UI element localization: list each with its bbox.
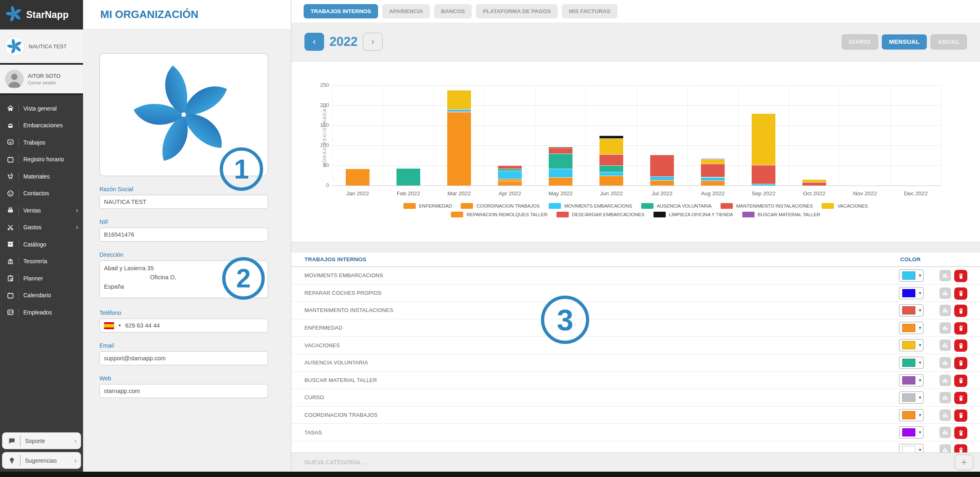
bar-segment-teal[interactable] bbox=[701, 177, 725, 177]
bar-segment-cyan[interactable] bbox=[701, 177, 725, 181]
delete-category-button[interactable] bbox=[954, 287, 967, 300]
bar-segment-orange[interactable] bbox=[599, 176, 623, 185]
bar-segment-black[interactable] bbox=[549, 147, 572, 148]
bar-segment-black[interactable] bbox=[599, 136, 623, 139]
sidebar-item-vista-general[interactable]: Vista general bbox=[0, 100, 83, 117]
email-input[interactable] bbox=[99, 351, 268, 365]
delete-category-button[interactable] bbox=[954, 305, 967, 317]
bar-segment-purple[interactable] bbox=[701, 158, 725, 159]
color-dropdown[interactable]: ▼ bbox=[899, 287, 924, 299]
sidebar-item-gastos[interactable]: Gastos› bbox=[0, 219, 83, 236]
tab-trabajos-internos[interactable]: TRABAJOS INTERNOS bbox=[304, 4, 378, 18]
bar-segment-orange[interactable] bbox=[549, 177, 572, 185]
delete-category-button[interactable] bbox=[954, 322, 967, 335]
delete-category-button[interactable] bbox=[954, 270, 967, 282]
sidebar-item-catalogo[interactable]: Catálogo bbox=[0, 236, 83, 253]
bar-segment-orange[interactable] bbox=[701, 181, 725, 185]
bar-segment-red[interactable] bbox=[498, 165, 522, 169]
category-chart-button[interactable] bbox=[939, 357, 951, 368]
tab-apariencia[interactable]: APARIENCIA bbox=[382, 4, 430, 18]
color-dropdown[interactable]: ▼ bbox=[899, 374, 924, 387]
period-button-mensual[interactable]: MENSUAL bbox=[882, 34, 927, 50]
delete-category-button[interactable] bbox=[954, 375, 967, 387]
sidebar-item-empleados[interactable]: Empleados bbox=[0, 304, 83, 321]
bar-segment-yellow[interactable] bbox=[599, 138, 623, 154]
sidebar-item-tesoreria[interactable]: Tesorería bbox=[0, 253, 83, 270]
bar-segment-yellow[interactable] bbox=[447, 90, 471, 109]
color-dropdown[interactable]: ▼ bbox=[899, 339, 924, 351]
delete-category-button[interactable] bbox=[954, 357, 967, 369]
app-brand[interactable]: StarNapp bbox=[0, 0, 83, 29]
telefono-input[interactable]: ▼ 629 63 44 44 bbox=[99, 319, 268, 332]
color-dropdown[interactable]: ▼ bbox=[899, 444, 924, 452]
new-category-placeholder[interactable]: NUEVA CATEGORÍA... bbox=[304, 459, 365, 466]
color-dropdown[interactable]: ▼ bbox=[899, 322, 924, 334]
delete-category-button[interactable] bbox=[954, 409, 967, 422]
category-chart-button[interactable] bbox=[939, 305, 951, 316]
period-button-diario[interactable]: DIARIO bbox=[842, 34, 878, 50]
sidebar-item-materiales[interactable]: Materiales bbox=[0, 168, 83, 185]
category-chart-button[interactable] bbox=[939, 375, 951, 386]
category-chart-button[interactable] bbox=[939, 287, 951, 299]
category-chart-button[interactable] bbox=[939, 339, 951, 351]
bar-segment-yellow[interactable] bbox=[802, 179, 826, 182]
bar-segment-orange[interactable] bbox=[498, 181, 522, 185]
bar-segment-cyan[interactable] bbox=[549, 169, 572, 178]
sidebar-footer-sugerencias[interactable]: Sugerencias› bbox=[2, 452, 81, 469]
period-button-anual[interactable]: ANUAL bbox=[930, 34, 967, 50]
add-category-button[interactable]: + bbox=[955, 454, 973, 470]
bar-segment-cyan[interactable] bbox=[447, 109, 471, 111]
sidebar-item-trabajos[interactable]: Trabajos bbox=[0, 134, 83, 151]
sidebar-item-registro-horario[interactable]: Registro horario bbox=[0, 151, 83, 168]
bar-segment-orange[interactable] bbox=[447, 112, 471, 185]
delete-category-button[interactable] bbox=[954, 427, 967, 439]
category-chart-button[interactable] bbox=[939, 409, 951, 421]
bar-segment-cyan[interactable] bbox=[599, 172, 623, 176]
color-dropdown[interactable]: ▼ bbox=[899, 357, 924, 369]
next-year-button[interactable]: › bbox=[363, 33, 383, 51]
bar-segment-red[interactable] bbox=[802, 182, 826, 185]
delete-category-button[interactable] bbox=[954, 444, 967, 452]
sidebar-item-planner[interactable]: Planner bbox=[0, 270, 83, 287]
bar-segment-cyan[interactable] bbox=[498, 171, 522, 179]
bar-segment-teal[interactable] bbox=[498, 169, 522, 171]
category-chart-button[interactable] bbox=[939, 444, 951, 452]
bar-segment-teal[interactable] bbox=[599, 165, 623, 172]
delete-category-button[interactable] bbox=[954, 339, 967, 352]
category-chart-button[interactable] bbox=[939, 392, 951, 403]
nif-input[interactable] bbox=[99, 228, 268, 242]
category-chart-button[interactable] bbox=[939, 322, 951, 334]
category-chart-button[interactable] bbox=[939, 270, 951, 281]
color-dropdown[interactable]: ▼ bbox=[899, 391, 924, 404]
user-menu[interactable]: AITOR SOTO Cerrar sesión bbox=[0, 65, 83, 95]
color-dropdown[interactable]: ▼ bbox=[899, 409, 924, 421]
bar-segment-red[interactable] bbox=[752, 165, 775, 184]
color-dropdown[interactable]: ▼ bbox=[899, 304, 924, 316]
spain-flag-icon[interactable] bbox=[104, 322, 114, 329]
sidebar-item-calendario[interactable]: Calendario bbox=[0, 287, 83, 304]
bar-segment-orange[interactable] bbox=[650, 180, 674, 185]
bar-segment-cyan[interactable] bbox=[650, 176, 674, 180]
sidebar-item-embarcaciones[interactable]: Embarcaciones bbox=[0, 117, 83, 134]
delete-category-button[interactable] bbox=[954, 392, 967, 404]
bar-segment-orange[interactable] bbox=[346, 169, 369, 185]
bar-segment-cyan[interactable] bbox=[752, 184, 775, 185]
logout-link[interactable]: Cerrar sesión bbox=[28, 80, 61, 85]
bar-segment-yellow[interactable] bbox=[752, 113, 775, 165]
bar-segment-orange[interactable] bbox=[498, 179, 522, 181]
bar-segment-red[interactable] bbox=[599, 154, 623, 165]
bar-segment-red[interactable] bbox=[549, 148, 572, 154]
bar-segment-red[interactable] bbox=[650, 155, 674, 177]
razon-social-input[interactable] bbox=[99, 195, 268, 209]
bar-segment-red[interactable] bbox=[447, 111, 471, 112]
sidebar-item-contactos[interactable]: Contactos bbox=[0, 185, 83, 202]
tab-bancos[interactable]: BANCOS bbox=[434, 4, 472, 18]
tab-plataforma-de-pagos[interactable]: PLATAFORMA DE PAGOS bbox=[476, 4, 558, 18]
color-dropdown[interactable]: ▼ bbox=[899, 269, 924, 282]
bar-segment-yellow[interactable] bbox=[701, 159, 725, 164]
sidebar-item-ventas[interactable]: Ventas› bbox=[0, 202, 83, 219]
tab-mis-facturas[interactable]: MIS FACTURAS bbox=[562, 4, 617, 18]
color-dropdown[interactable]: ▼ bbox=[899, 426, 924, 439]
sidebar-footer-soporte[interactable]: Soporte› bbox=[2, 432, 81, 449]
bar-segment-teal[interactable] bbox=[549, 154, 572, 169]
